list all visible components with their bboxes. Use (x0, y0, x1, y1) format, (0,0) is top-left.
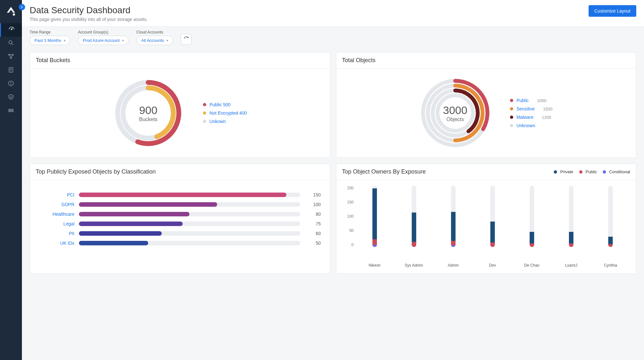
buckets-total-label: Buckets (139, 117, 158, 122)
legend-item[interactable]: Public (579, 169, 597, 174)
svg-line-5 (12, 43, 13, 45)
x-label: LsaintJ (552, 263, 591, 268)
card-exposed-by-classification: Top Publicly Exposed Objects by Classifi… (30, 164, 330, 274)
svg-point-2 (13, 13, 15, 15)
nav-dashboard[interactable] (0, 23, 22, 37)
hbar-track (79, 212, 300, 216)
hbar-label: GDPR (39, 202, 74, 207)
legend-item[interactable]: Private (554, 169, 573, 174)
y-tick: 150 (347, 200, 353, 204)
card-title: Top Publicly Exposed Objects by Classifi… (30, 164, 330, 180)
owners-legend: PrivatePublicConditional (554, 169, 630, 174)
hbar-fill (79, 212, 189, 216)
nav-security[interactable] (0, 91, 22, 104)
legend-item[interactable]: Sensitive 1500 (510, 106, 553, 111)
svg-point-8 (10, 57, 11, 58)
card-title: Top Object Owners By Exposure (342, 168, 426, 175)
page-title: Data Security Dashboard (30, 5, 148, 15)
nav-inventory[interactable] (0, 104, 22, 118)
x-label: De Chao (512, 263, 552, 268)
nav-alerts[interactable] (0, 77, 22, 91)
column-bar[interactable] (569, 186, 573, 247)
column-segment (372, 188, 377, 239)
nav (0, 23, 22, 118)
hbar-row[interactable]: Healthcare 80 (39, 212, 321, 217)
column-segment (451, 241, 456, 245)
column-segment (608, 237, 613, 244)
legend-item[interactable]: Public 500 (203, 102, 247, 107)
hbar-fill (79, 193, 286, 197)
legend-dot-icon (579, 170, 582, 174)
collapse-sidebar-button[interactable] (19, 4, 25, 10)
account-groups-select[interactable]: Prod Azure Account ▾ (78, 36, 129, 45)
column-segment (451, 245, 456, 247)
column-segment (608, 244, 613, 247)
hbar-value: 60 (305, 231, 321, 236)
column-segment (412, 213, 416, 242)
legend-dot-icon (203, 111, 206, 115)
buckets-legend: Public 500 Not Encrypted 400 Unkown (203, 102, 247, 124)
x-label: Admin (434, 263, 473, 268)
column-bar[interactable] (608, 186, 613, 247)
chevron-down-icon: ▾ (64, 39, 65, 42)
hbar-row[interactable]: GDPR 100 (39, 202, 321, 207)
column-segment (530, 232, 534, 243)
cloud-accounts-label: Cloud Accounts (136, 30, 173, 34)
hbar-track (79, 202, 300, 207)
nav-compliance[interactable] (0, 64, 22, 77)
legend-item[interactable]: Unkown (203, 119, 247, 124)
y-tick: 50 (349, 228, 353, 233)
buckets-total: 900 (139, 104, 158, 117)
legend-item[interactable]: Not Encrypted 400 (203, 110, 247, 116)
nav-search[interactable] (0, 37, 22, 50)
document-icon (8, 67, 14, 74)
column-bar[interactable] (451, 186, 456, 247)
hbar-value: 75 (305, 221, 321, 226)
hbar-row[interactable]: UK IDs 50 (39, 241, 321, 246)
refresh-button[interactable] (181, 34, 192, 45)
hbar-row[interactable]: PII 60 (39, 231, 321, 236)
legend-item[interactable]: Conditional (603, 169, 630, 174)
hbar-track (79, 231, 300, 236)
column-segment (412, 242, 416, 247)
column-bar[interactable] (490, 186, 495, 247)
nav-graph[interactable] (0, 50, 22, 64)
owners-column-chart: 200150100500 NikeshSys AdminAdminDevDe C… (336, 180, 636, 273)
customize-layout-button[interactable]: Customize Layout (589, 5, 636, 17)
legend-dot-icon (203, 120, 206, 123)
svg-point-4 (9, 41, 12, 44)
column-segment (530, 243, 534, 247)
card-total-buckets: Total Buckets 900 Buckets Public 500 Not… (30, 52, 330, 158)
alert-icon (8, 80, 14, 88)
column-bar[interactable] (530, 186, 534, 247)
objects-rings-chart: 3000 Objects (420, 78, 491, 148)
legend-dot-icon (510, 107, 513, 110)
hbar-label: PCI (39, 192, 74, 197)
hbar-fill (79, 241, 148, 245)
hbar-track (79, 222, 300, 226)
column-bar[interactable] (372, 186, 377, 247)
hbar-fill (79, 202, 217, 207)
hbar-label: UK IDs (39, 241, 74, 246)
column-segment (451, 212, 456, 241)
hbar-row[interactable]: PCI 150 (39, 192, 321, 197)
time-range-select[interactable]: Past 3 Months ▾ (30, 36, 70, 45)
legend-item[interactable]: Malware 1200 (510, 115, 553, 120)
hbar-label: PII (39, 231, 74, 236)
card-title: Total Buckets (30, 52, 330, 69)
svg-line-10 (11, 55, 13, 58)
legend-dot-icon (510, 116, 513, 119)
chevron-down-icon: ▾ (167, 39, 168, 42)
column-bar[interactable] (412, 186, 416, 247)
hbar-label: Legal (39, 221, 74, 226)
cloud-accounts-select[interactable]: All Accounts ▾ (136, 36, 173, 45)
legend-dot-icon (510, 124, 513, 127)
legend-item[interactable]: Public 1000 (510, 98, 553, 103)
y-tick: 200 (347, 186, 353, 190)
card-total-objects: Total Objects 3000 Objects Public 1000 S… (336, 52, 637, 158)
hbar-row[interactable]: Legal 75 (39, 221, 321, 226)
chevron-down-icon: ▾ (122, 39, 124, 42)
legend-item[interactable]: Unknown (510, 123, 553, 128)
logo-icon (5, 5, 17, 18)
gauge-icon (8, 26, 15, 34)
